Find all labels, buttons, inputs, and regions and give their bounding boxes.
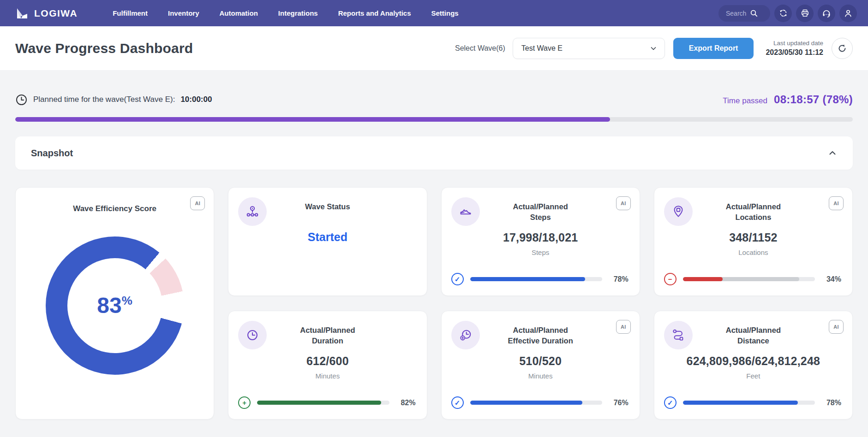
duration-progress: + 82% (238, 396, 415, 409)
efficiency-card-title: Wave Efficiency Score (16, 188, 214, 214)
page-title: Wave Progress Dashboard (15, 41, 193, 56)
locations-value: 348/1152 (654, 231, 852, 244)
logiwa-logo[interactable]: LOGIWA (15, 6, 78, 20)
distance-unit: Feet (654, 372, 852, 380)
card-wave-status: Wave Status Started (228, 187, 427, 296)
header-controls: Select Wave(6) Test Wave E Export Report… (455, 38, 853, 59)
locations-progressbar (683, 277, 815, 281)
effective-duration-progress: ✓ 76% (451, 396, 629, 409)
effective-duration-unit: Minutes (442, 372, 640, 380)
search-icon (750, 9, 758, 18)
nav-item-fulfillment[interactable]: Fulfillment (113, 9, 148, 17)
wave-status-value: Started (228, 230, 426, 244)
check-circle-icon: ✓ (451, 396, 464, 409)
card-locations: AI Actual/Planned Locations 348/1152 Loc… (654, 187, 853, 296)
nav-actions: Search (718, 5, 857, 22)
time-passed: Time passed 08:18:57 (78%) (723, 93, 853, 106)
effective-duration-progressbar (470, 401, 602, 405)
user-icon (844, 9, 853, 18)
duration-icon-circle (238, 321, 267, 349)
card-effective-duration: AI Actual/Planned Effective Duration 510… (441, 311, 640, 419)
card-duration: Actual/Planned Duration 612/600 Minutes … (228, 311, 427, 419)
clock-icon (15, 94, 28, 106)
support-button[interactable] (818, 5, 835, 22)
snapshot-title: Snapshot (31, 148, 73, 159)
chevron-down-icon (650, 45, 657, 52)
steps-progressbar (470, 277, 602, 281)
wave-time-section: Planned time for the wave(Test Wave E): … (0, 93, 868, 122)
steps-unit: Steps (442, 248, 640, 256)
ai-badge[interactable]: AI (829, 320, 844, 334)
logiwa-logo-icon (15, 6, 29, 20)
wave-route-icon (245, 205, 259, 218)
ai-badge[interactable]: AI (829, 196, 844, 210)
snapshot-collapse-button[interactable] (828, 148, 837, 158)
route-icon (671, 328, 685, 342)
nav-item-reports-analytics[interactable]: Reports and Analytics (338, 9, 411, 17)
brand-name: LOGIWA (34, 8, 78, 19)
effective-duration-percent: 76% (608, 399, 629, 407)
nav-item-inventory[interactable]: Inventory (168, 9, 199, 17)
search-placeholder: Search (726, 10, 746, 17)
sync-icon (779, 9, 788, 18)
distance-progress: ✓ 78% (664, 396, 841, 409)
check-circle-icon: ✓ (451, 273, 464, 285)
distance-progressbar (683, 401, 815, 405)
duration-progressbar (257, 401, 389, 405)
sync-button[interactable] (774, 5, 792, 22)
duration-value: 612/600 (228, 354, 426, 368)
steps-progress: ✓ 78% (451, 273, 629, 285)
search-input[interactable]: Search (718, 5, 770, 22)
ai-badge[interactable]: AI (616, 196, 631, 210)
distance-percent: 78% (821, 399, 841, 407)
time-passed-label: Time passed (723, 96, 767, 106)
planned-time-label: Planned time for the wave(Test Wave E): (33, 95, 175, 104)
minus-circle-icon: − (664, 273, 676, 285)
print-button[interactable] (796, 5, 814, 22)
nav-item-settings[interactable]: Settings (431, 9, 459, 17)
planned-time-value: 10:00:00 (180, 95, 212, 104)
steps-value: 17,998/18,021 (442, 231, 640, 244)
locations-progress: − 34% (664, 273, 841, 285)
card-distance: AI Actual/Planned Distance 624,809,986/6… (654, 311, 853, 419)
nav-item-automation[interactable]: Automation (220, 9, 258, 17)
distance-icon-circle (664, 321, 693, 349)
clock-icon (245, 328, 259, 342)
wave-status-icon-circle (238, 197, 267, 226)
wave-select-value: Test Wave E (521, 44, 650, 53)
effective-duration-value: 510/520 (442, 354, 640, 368)
ai-badge[interactable]: AI (190, 196, 205, 210)
last-updated-label: Last updated date (766, 39, 823, 47)
distance-value: 624,809,986/624,812,248 (654, 354, 852, 368)
clock-plus-icon (459, 328, 473, 342)
top-navigation: LOGIWA Fulfillment Inventory Automation … (0, 0, 868, 26)
nav-item-integrations[interactable]: Integrations (278, 9, 318, 17)
snapshot-cards-grid: Wave Efficiency Score AI 83% (15, 187, 853, 419)
effective-duration-icon-circle (451, 321, 480, 349)
steps-icon-circle (451, 197, 480, 226)
select-wave-label: Select Wave(6) (455, 44, 505, 53)
card-steps: AI Actual/Planned Steps 17,998/18,021 St… (441, 187, 640, 296)
refresh-icon (837, 43, 847, 53)
locations-percent: 34% (821, 275, 841, 283)
duration-unit: Minutes (228, 372, 426, 380)
efficiency-donut-hole: 83% (67, 258, 162, 353)
ai-badge[interactable]: AI (616, 320, 631, 334)
refresh-button[interactable] (832, 38, 853, 59)
headset-icon (822, 9, 831, 18)
last-updated: Last updated date 2023/05/30 11:12 (766, 39, 823, 58)
export-report-button[interactable]: Export Report (673, 38, 754, 59)
planned-time: Planned time for the wave(Test Wave E): … (15, 94, 212, 106)
chevron-up-icon (828, 148, 837, 158)
card-wave-efficiency-score: Wave Efficiency Score AI 83% (15, 187, 214, 419)
locations-unit: Locations (654, 248, 852, 256)
check-circle-icon: ✓ (664, 396, 676, 409)
printer-icon (801, 9, 809, 18)
plus-circle-icon: + (238, 396, 251, 409)
wave-select-dropdown[interactable]: Test Wave E (513, 38, 665, 59)
user-button[interactable] (839, 5, 857, 22)
efficiency-donut-chart: 83% (46, 236, 184, 375)
shoe-icon (459, 205, 473, 218)
page-header: Wave Progress Dashboard Select Wave(6) T… (0, 26, 868, 70)
last-updated-value: 2023/05/30 11:12 (766, 47, 823, 58)
